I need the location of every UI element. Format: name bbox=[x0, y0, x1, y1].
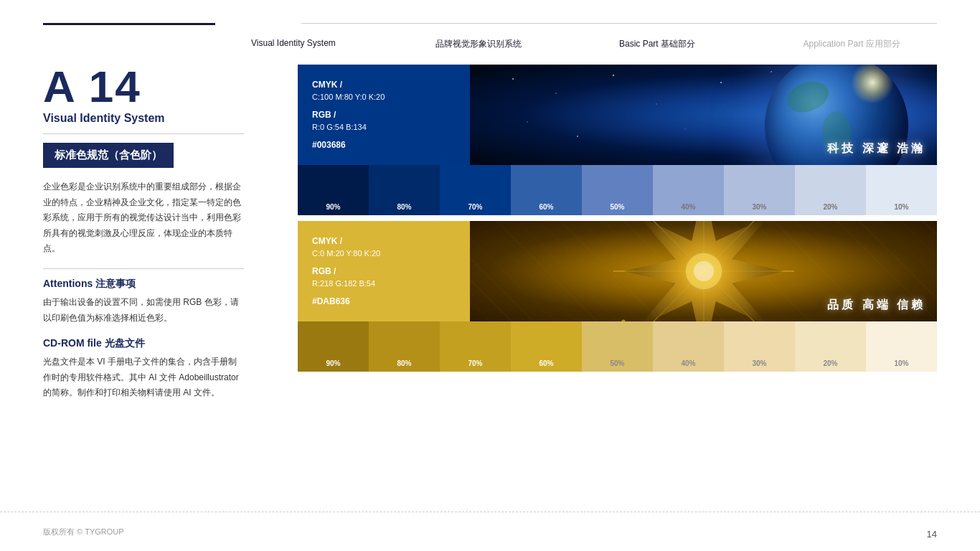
svg-point-22 bbox=[621, 319, 625, 321]
right-panel: CMYK / C:100 M:80 Y:0 K:20 RGB / R:0 G:5… bbox=[298, 65, 937, 508]
svg-point-2 bbox=[613, 75, 614, 76]
nav-item-brand[interactable]: 品牌视觉形象识别系统 bbox=[428, 38, 613, 50]
color-section-blue: CMYK / C:100 M:80 Y:0 K:20 RGB / R:0 G:5… bbox=[298, 65, 937, 215]
divider-1 bbox=[43, 133, 244, 134]
svg-point-7 bbox=[577, 136, 578, 137]
gold-swatch-70: 70% bbox=[440, 321, 511, 372]
blue-swatch-90: 90% bbox=[298, 165, 369, 215]
gold-rgb-label: RGB / bbox=[312, 266, 456, 276]
left-panel: A 14 Visual Identity System 标准色规范（含色阶） 企… bbox=[43, 65, 244, 508]
gold-image: 品质 高端 信赖 bbox=[470, 221, 937, 321]
blue-rgb-label: RGB / bbox=[312, 110, 456, 120]
nav-item-basic[interactable]: Basic Part 基础部分 bbox=[612, 38, 796, 50]
blue-cmyk-value: C:100 M:80 Y:0 K:20 bbox=[312, 91, 456, 104]
gold-main-row: CMYK / C:0 M:20 Y:80 K:20 RGB / R:218 G:… bbox=[298, 221, 937, 321]
blue-image: 科技 深邃 浩瀚 bbox=[470, 65, 937, 165]
gold-info-box: CMYK / C:0 M:20 Y:80 K:20 RGB / R:218 G:… bbox=[298, 221, 470, 321]
cdrom-text: 光盘文件是本 VI 手册电子文件的集合，内含手册制作时的专用软件格式。其中 AI… bbox=[43, 354, 244, 401]
cdrom-title: CD-ROM file 光盘文件 bbox=[43, 337, 244, 350]
blue-swatch-10: 10% bbox=[866, 165, 937, 215]
footer-copyright: 版权所有 © TYGROUP bbox=[43, 527, 124, 537]
header-nav: Visual Identity System 品牌视觉形象识别系统 Basic … bbox=[244, 38, 980, 56]
gold-rgb-value: R:218 G:182 B:54 bbox=[312, 278, 456, 291]
gold-swatch-40: 40% bbox=[653, 321, 724, 372]
gold-swatch-80: 80% bbox=[369, 321, 440, 372]
gold-swatch-10: 10% bbox=[866, 321, 937, 372]
footer: 版权所有 © TYGROUP 14 bbox=[0, 512, 980, 551]
nav-item-vis[interactable]: Visual Identity System bbox=[244, 38, 428, 50]
page-subtitle: Visual Identity System bbox=[43, 112, 244, 125]
svg-point-5 bbox=[771, 71, 772, 72]
blue-swatch-40: 40% bbox=[653, 165, 724, 215]
svg-point-19 bbox=[694, 261, 714, 281]
gold-swatch-30: 30% bbox=[724, 321, 795, 372]
blue-swatch-60: 60% bbox=[511, 165, 582, 215]
svg-point-3 bbox=[656, 103, 656, 104]
gold-swatch-90: 90% bbox=[298, 321, 369, 372]
gold-star-svg bbox=[603, 221, 804, 321]
header: Visual Identity System 品牌视觉形象识别系统 Basic … bbox=[0, 0, 980, 65]
blue-swatch-70: 70% bbox=[440, 165, 511, 215]
blue-swatch-20: 20% bbox=[795, 165, 866, 215]
svg-point-4 bbox=[720, 82, 722, 83]
blue-swatch-80: 80% bbox=[369, 165, 440, 215]
divider-2 bbox=[43, 268, 244, 269]
svg-point-8 bbox=[684, 128, 685, 129]
blue-rgb-value: R:0 G:54 B:134 bbox=[312, 121, 456, 134]
gold-hash: #DAB636 bbox=[312, 296, 456, 306]
gold-cmyk-label: CMYK / bbox=[312, 236, 456, 246]
blue-swatches-row: 90%80%70%60%50%40%30%20%10% bbox=[298, 165, 937, 215]
blue-main-row: CMYK / C:100 M:80 Y:0 K:20 RGB / R:0 G:5… bbox=[298, 65, 937, 165]
gold-image-label: 品质 高端 信赖 bbox=[827, 298, 925, 313]
blue-cmyk-label: CMYK / bbox=[312, 80, 456, 90]
gold-cmyk-value: C:0 M:20 Y:80 K:20 bbox=[312, 248, 456, 260]
gold-swatches-row: 90%80%70%60%50%40%30%20%10% bbox=[298, 321, 937, 372]
attentions-text: 由于输出设备的设置不同，如需使用 RGB 色彩，请以印刷色值为标准选择相近色彩。 bbox=[43, 295, 244, 326]
blue-swatch-50: 50% bbox=[582, 165, 653, 215]
page-number: 14 bbox=[927, 529, 937, 540]
blue-hash: #003686 bbox=[312, 140, 456, 150]
gold-swatch-60: 60% bbox=[511, 321, 582, 372]
svg-point-1 bbox=[555, 93, 557, 94]
svg-point-6 bbox=[527, 121, 528, 123]
description-text: 企业色彩是企业识别系统中的重要组成部分，根据企业的特点，企业精神及企业文化，指定… bbox=[43, 179, 244, 257]
blue-image-label: 科技 深邃 浩瀚 bbox=[827, 141, 925, 156]
nav-items: Visual Identity System 品牌视觉形象识别系统 Basic … bbox=[244, 38, 980, 56]
section-badge: 标准色规范（含色阶） bbox=[43, 143, 174, 168]
gold-swatch-20: 20% bbox=[795, 321, 866, 372]
nav-item-app[interactable]: Application Part 应用部分 bbox=[796, 38, 981, 50]
gold-swatch-50: 50% bbox=[582, 321, 653, 372]
page-title: A 14 bbox=[43, 65, 244, 109]
attentions-title: Attentions 注意事项 bbox=[43, 278, 244, 291]
color-section-gold: CMYK / C:0 M:20 Y:80 K:20 RGB / R:218 G:… bbox=[298, 221, 937, 372]
blue-info-box: CMYK / C:100 M:80 Y:0 K:20 RGB / R:0 G:5… bbox=[298, 65, 470, 165]
svg-point-0 bbox=[512, 78, 514, 80]
blue-swatch-30: 30% bbox=[724, 165, 795, 215]
